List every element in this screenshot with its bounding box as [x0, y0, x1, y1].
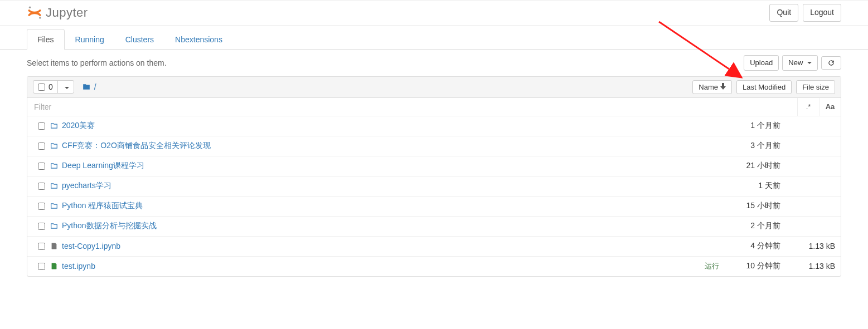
item-modified: 4 分钟前 — [725, 241, 780, 251]
item-modified: 21 小时前 — [725, 161, 780, 171]
sort-modified-label: Last Modified — [743, 83, 785, 91]
item-name-link[interactable]: test.ipynb — [62, 262, 697, 271]
list-item: Python 程序猿面试宝典15 小时前 — [27, 197, 841, 217]
refresh-button[interactable] — [821, 56, 841, 70]
svg-point-2 — [39, 17, 41, 18]
new-label: New — [788, 58, 803, 67]
row-checkbox[interactable] — [38, 243, 45, 250]
item-name-link[interactable]: CFF竞赛：O2O商铺食品安全相关评论发现 — [62, 141, 697, 151]
row-checkbox[interactable] — [38, 143, 45, 150]
row-checkbox[interactable] — [38, 263, 45, 270]
item-size: 1.13 kB — [785, 242, 835, 251]
select-all-checkbox[interactable] — [38, 84, 45, 91]
folder-icon — [82, 83, 91, 91]
tab-files[interactable]: Files — [27, 29, 65, 50]
breadcrumb-root[interactable]: / — [82, 82, 96, 91]
list-item: pyecharts学习1 天前 — [27, 176, 841, 197]
item-name-link[interactable]: Python 程序猿面试宝典 — [62, 201, 697, 211]
refresh-icon — [827, 59, 835, 67]
row-checkbox[interactable] — [38, 122, 45, 130]
svg-point-1 — [29, 6, 31, 8]
list-item: test.ipynb运行10 分钟前1.13 kB — [27, 257, 841, 276]
row-checkbox[interactable] — [38, 223, 45, 230]
folder-icon — [50, 202, 62, 210]
breadcrumb-root-label: / — [94, 82, 96, 91]
item-size: 1.13 kB — [785, 262, 835, 271]
item-name-link[interactable]: pyecharts学习 — [62, 181, 697, 191]
quit-button[interactable]: Quit — [769, 4, 798, 22]
item-modified: 1 个月前 — [725, 121, 780, 131]
notebook-icon — [50, 242, 62, 250]
list-item: Python数据分析与挖掘实战2 个月前 — [27, 217, 841, 237]
action-hint: Select items to perform actions on them. — [27, 58, 167, 67]
sort-name-label: Name — [699, 83, 718, 91]
sort-modified-button[interactable]: Last Modified — [736, 80, 792, 94]
select-all-group[interactable]: 0 — [33, 80, 74, 94]
tab-clusters[interactable]: Clusters — [115, 29, 164, 50]
sort-size-label: File size — [802, 83, 829, 91]
item-modified: 1 天前 — [725, 181, 780, 191]
item-modified: 2 个月前 — [725, 221, 780, 231]
list-item: test-Copy1.ipynb4 分钟前1.13 kB — [27, 237, 841, 257]
caret-down-icon — [65, 87, 69, 89]
filter-input[interactable] — [27, 98, 797, 116]
select-dropdown[interactable] — [58, 81, 74, 93]
row-checkbox[interactable] — [38, 203, 45, 210]
sort-name-button[interactable]: Name — [692, 80, 732, 94]
folder-icon — [50, 142, 62, 150]
item-modified: 3 个月前 — [725, 141, 780, 151]
item-modified: 15 小时前 — [725, 201, 780, 211]
notebook-running-icon — [50, 262, 62, 270]
row-checkbox[interactable] — [38, 163, 45, 170]
item-name-link[interactable]: Deep Learning课程学习 — [62, 161, 697, 171]
item-status: 运行 — [697, 261, 719, 271]
filter-regex-button[interactable]: .* — [797, 98, 819, 116]
filter-case-button[interactable]: Aa — [819, 98, 841, 116]
logout-button[interactable]: Logout — [803, 4, 841, 22]
folder-icon — [50, 162, 62, 170]
row-checkbox[interactable] — [38, 183, 45, 190]
list-item: Deep Learning课程学习21 小时前 — [27, 156, 841, 176]
folder-icon — [50, 182, 62, 190]
select-count: 0 — [49, 82, 53, 91]
page-root: Jupyter Quit Logout FilesRunningClusters… — [0, 0, 868, 277]
sort-size-button[interactable]: File size — [796, 80, 835, 94]
caret-down-icon — [807, 62, 812, 64]
upload-button[interactable]: Upload — [744, 55, 779, 71]
tabs: FilesRunningClustersNbextensions — [0, 29, 868, 50]
list-item: 2020美赛1 个月前 — [27, 116, 841, 136]
folder-icon — [50, 122, 62, 130]
tab-running[interactable]: Running — [65, 29, 115, 50]
folder-icon — [50, 222, 62, 230]
item-modified: 10 分钟前 — [725, 261, 780, 271]
new-dropdown-button[interactable]: New — [782, 55, 818, 71]
jupyter-logo[interactable]: Jupyter — [27, 5, 88, 21]
item-name-link[interactable]: Python数据分析与挖掘实战 — [62, 221, 697, 231]
file-list: 0 / Name L — [27, 76, 841, 277]
item-name-link[interactable]: test-Copy1.ipynb — [62, 242, 697, 251]
tab-nbextensions[interactable]: Nbextensions — [164, 29, 233, 50]
jupyter-logo-text: Jupyter — [46, 6, 88, 20]
list-item: CFF竞赛：O2O商铺食品安全相关评论发现3 个月前 — [27, 136, 841, 156]
sort-down-icon — [720, 83, 726, 91]
item-name-link[interactable]: 2020美赛 — [62, 121, 697, 131]
jupyter-logo-icon — [27, 5, 42, 21]
